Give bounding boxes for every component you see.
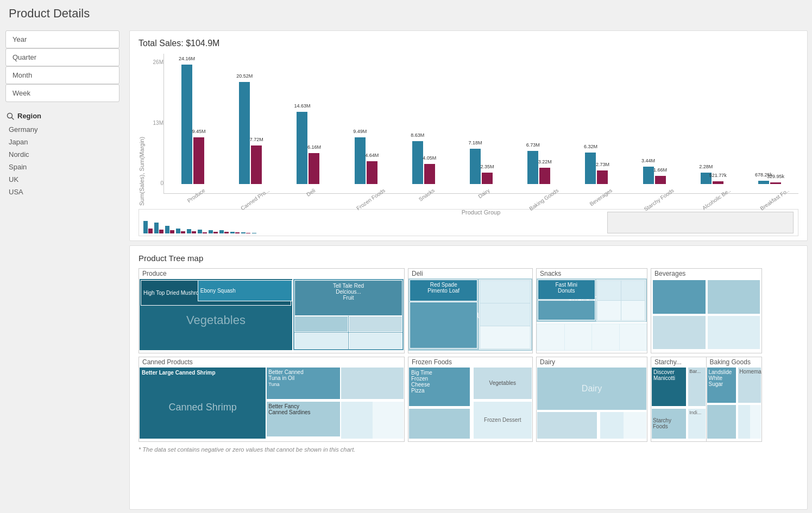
bar-group-6: 6.73M3.22MBaking Goods: [510, 59, 568, 193]
bar-sales-5[interactable]: 7.18M: [470, 149, 481, 184]
x-axis-title: Product Group: [163, 209, 798, 216]
tm-red-spade: Red SpadePimento Loaf: [410, 280, 477, 301]
treemap-section-deli: Deli Meat Red SpadePimento Loaf: [408, 268, 533, 353]
region-item-uk[interactable]: UK: [5, 173, 119, 186]
bar-sales-7[interactable]: 6.32M: [585, 153, 596, 184]
tm-fruit-small: [294, 316, 402, 349]
bar-group-2: 14.63M6.16MDeli: [279, 59, 337, 193]
treemap-footnote: * The data set contains negative or zero…: [139, 446, 798, 453]
x-label-7: Beverages: [588, 187, 613, 207]
tm-homemade: Homemade: [738, 367, 761, 403]
bar-group-5: 7.18M2.35MDairy: [452, 59, 510, 193]
bar-sales-4[interactable]: 8.63M: [412, 141, 423, 184]
tm-snacks-mid: [538, 300, 595, 320]
svg-line-1: [12, 117, 14, 119]
treemap-section-frozen: Frozen Foods Big TimeFrozenCheesePizza V…: [408, 357, 533, 442]
region-item-germany[interactable]: Germany: [5, 123, 119, 136]
treemap-section-dairy: Dairy Dairy: [536, 357, 647, 442]
tm-dairy-br: [600, 411, 647, 439]
tm-starchy-r2: Indi...: [688, 408, 706, 439]
sidebar-filter-year[interactable]: Year: [5, 30, 119, 48]
tm-bev-1: [652, 280, 706, 314]
main-content: Total Sales: $104.9M Sum(Sales), Sum(Mar…: [125, 26, 812, 513]
bar-margin-5[interactable]: 2.35M: [482, 173, 493, 184]
tm-canned-shrimp: Better Large Canned Shrimp Canned Shrimp: [139, 367, 266, 439]
region-item-nordic[interactable]: Nordic: [5, 148, 119, 161]
tm-ebony: Ebony Squash: [198, 280, 292, 301]
x-label-0: Produce: [186, 187, 206, 204]
bar-margin-10[interactable]: 329.95k: [770, 182, 781, 184]
tm-manicotti: Discover Manicotti: [651, 367, 687, 407]
tm-white-sugar: Landslide White Sugar: [707, 367, 737, 403]
treemap-section-starchy-baking: Starchy... Discover Manicotti Starchy Fo…: [651, 357, 762, 442]
bar-sales-10[interactable]: 678.25k: [758, 181, 769, 184]
bar-margin-9[interactable]: 521.77k: [713, 181, 723, 184]
treemap-grid: Produce High Top Dried Mushrooms Ebony S…: [139, 268, 798, 442]
tm-veg-label: Vegetables: [186, 313, 246, 327]
tm-bev-3: [652, 315, 706, 350]
bar-sales-3[interactable]: 9.49M: [355, 137, 366, 184]
tm-deli-right: [479, 280, 531, 350]
dairy-label: Dairy: [537, 357, 647, 367]
tm-vegetables: High Top Dried Mushrooms Ebony Squash Ve…: [139, 278, 293, 351]
bar-margin-6[interactable]: 3.22M: [539, 168, 550, 184]
bar-margin-4[interactable]: 4.05M: [424, 164, 435, 184]
frozen-label: Frozen Foods: [408, 357, 532, 367]
x-label-5: Dairy: [477, 187, 491, 199]
region-item-spain[interactable]: Spain: [5, 161, 119, 173]
bar-margin-7[interactable]: 2.73M: [597, 170, 608, 184]
tm-vegetables-frozen: Vegetables: [473, 367, 532, 400]
tm-canned-shrimp-label: Canned Shrimp: [169, 402, 237, 413]
region-item-usa[interactable]: USA: [5, 186, 119, 198]
tm-tuna: Better CannedTuna in OilTuna: [266, 367, 341, 400]
tm-fruit: Tell Tale RedDelcious...Fruit: [293, 278, 404, 351]
bar-margin-1[interactable]: 7.72M: [251, 145, 262, 184]
search-icon: [7, 112, 14, 120]
bar-margin-8[interactable]: 1.66M: [655, 176, 666, 184]
bar-group-9: 2.28M521.77kAlcoholic Be..: [683, 59, 741, 193]
deli-label: Deli: [408, 269, 532, 278]
bar-group-1: 20.52M7.72MCanned Pro...: [222, 59, 279, 193]
sidebar-filter-week[interactable]: Week: [5, 84, 119, 102]
region-item-japan[interactable]: Japan: [5, 136, 119, 148]
sidebar-filter-month[interactable]: Month: [5, 66, 119, 84]
tm-pizza: Big TimeFrozenCheesePizza: [408, 367, 470, 407]
sidebar: YearQuarterMonthWeek RegionGermanyJapanN…: [0, 26, 125, 513]
chart-title: Total Sales: $104.9M: [139, 39, 798, 48]
bar-group-10: 678.25k329.95kBreakfast Fo..: [741, 59, 798, 193]
bar-margin-2[interactable]: 6.16M: [309, 153, 319, 184]
bar-chart-area: Sum(Sales), Sum(Margin) 26M 13M 0 24.16M…: [139, 54, 798, 206]
tm-snacks-right: [596, 280, 646, 321]
tm-sardines: Better FancyCanned Sardines: [266, 401, 341, 438]
baking-label: Baking Goods: [707, 357, 762, 367]
bar-group-3: 9.49M4.64MFrozen Foods: [337, 59, 395, 193]
tm-canned-r1: [341, 367, 404, 400]
tm-fast-mini: Fast MiniDonuts: [538, 280, 595, 300]
tm-deli-mid: [410, 302, 477, 349]
bar-group-0: 24.16M9.45MProduce: [164, 59, 222, 193]
tm-baking-br: [738, 404, 761, 439]
y-axis-label: Sum(Sales), Sum(Margin): [139, 54, 145, 206]
bar-sales-1[interactable]: 20.52M: [239, 82, 250, 184]
bar-margin-0[interactable]: 9.45M: [193, 137, 204, 184]
snacks-label: Snacks: [537, 269, 647, 278]
x-label-2: Deli: [305, 187, 316, 198]
tm-snacks-bottom: [537, 323, 647, 351]
bar-group-8: 3.44M1.66MStarchy Foods: [626, 59, 683, 193]
treemap-section-snacks: Snacks Snack Foods Fast MiniDonuts: [536, 268, 647, 353]
bar-sales-2[interactable]: 14.63M: [297, 112, 307, 184]
bar-margin-3[interactable]: 4.64M: [367, 161, 377, 184]
page-title: Product Details: [0, 0, 812, 26]
x-label-3: Frozen Foods: [355, 187, 386, 211]
treemap-section-beverages: Beverages: [651, 268, 762, 353]
x-label-6: Baking Goods: [528, 187, 559, 212]
tm-bev-2: [707, 280, 761, 314]
bar-sales-0[interactable]: 24.16M: [181, 65, 192, 184]
tm-telltale: Tell Tale RedDelcious...Fruit: [294, 280, 402, 316]
sidebar-filter-quarter[interactable]: Quarter: [5, 48, 119, 66]
bar-sales-6[interactable]: 6.73M: [527, 151, 538, 184]
tm-starchy-foods-block: Starchy Foods: [651, 408, 687, 439]
bar-sales-8[interactable]: 3.44M: [643, 167, 654, 184]
treemap-panel: Product Tree map Produce High Top Dried …: [129, 245, 808, 510]
chart-panel: Total Sales: $104.9M Sum(Sales), Sum(Mar…: [129, 30, 808, 241]
